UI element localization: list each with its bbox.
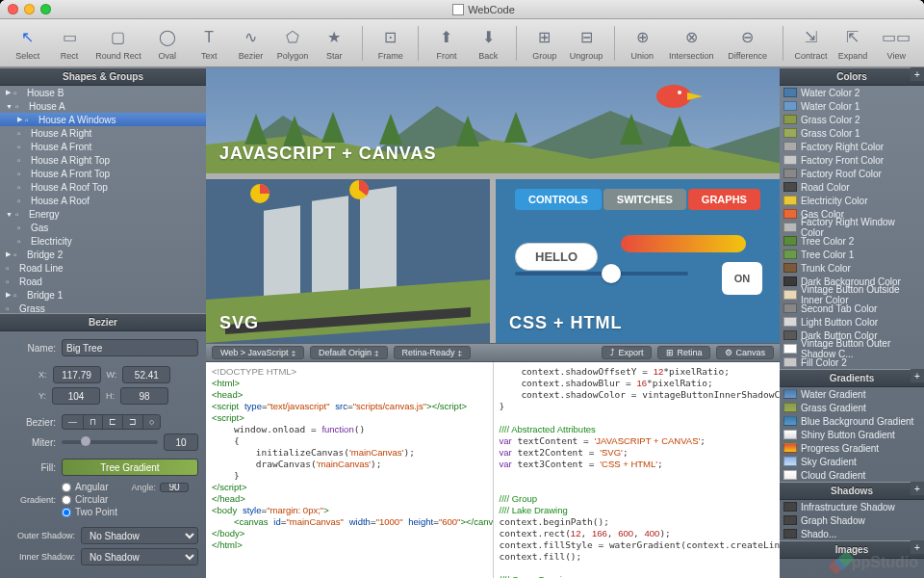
preview[interactable]: JAVASCRIPT + CANVAS SVG	[206, 67, 780, 343]
shadow-row[interactable]: Infrastructure Shadow	[780, 500, 924, 513]
y-input[interactable]	[52, 387, 100, 405]
gradient-row[interactable]: Shiny Button Gradient	[780, 428, 924, 441]
export-button[interactable]: ⤴ Export	[602, 346, 652, 359]
color-row[interactable]: Factory Right Window Color	[780, 221, 924, 234]
color-row[interactable]: Grass Color 2	[780, 113, 924, 126]
origin-dropdown[interactable]: Default Origin	[310, 346, 387, 359]
tree-item[interactable]: ▫Energy	[0, 207, 206, 221]
tree-item[interactable]: ▫House A Windows	[0, 113, 206, 126]
gradients-list[interactable]: Water GradientGrass GradientBlue Backgro…	[780, 387, 924, 482]
name-input[interactable]	[62, 339, 198, 356]
target-dropdown[interactable]: Web > JavaScript	[212, 346, 304, 359]
tree-item[interactable]: ▫Road Line	[0, 261, 206, 275]
retina-button[interactable]: ⊞ Retina	[657, 346, 710, 359]
h-input[interactable]	[120, 387, 168, 405]
rect-tool[interactable]: ▭Rect	[49, 26, 89, 61]
oval-tool[interactable]: ◯Oval	[147, 26, 187, 61]
star-tool[interactable]: ★Star	[315, 26, 354, 61]
tree-item[interactable]: ▫House A	[0, 99, 206, 113]
tree-item[interactable]: ▫Bridge 2	[0, 248, 206, 261]
color-row[interactable]: Vintage Button Outer Shadow C...	[780, 342, 924, 355]
back-tool[interactable]: ⬇Back	[469, 26, 508, 61]
outer-shadow-select[interactable]: No Shadow	[81, 527, 198, 544]
tree-item[interactable]: ▫House A Front Top	[0, 167, 206, 180]
code-left[interactable]: <!DOCTYPE HTML> <html> <head> <script ty…	[206, 362, 493, 578]
canvas-button[interactable]: ⚙ Canvas	[716, 346, 774, 359]
shadow-row[interactable]: Graph Shadow	[780, 513, 924, 527]
add-image-button[interactable]: +	[911, 540, 924, 554]
inner-shadow-select[interactable]: No Shadow	[81, 548, 198, 565]
tree-item[interactable]: ▫House A Roof Top	[0, 180, 206, 194]
tree-item[interactable]: ▫House A Roof	[0, 194, 206, 207]
color-row[interactable]: Light Button Color	[780, 315, 924, 328]
tab-graphs[interactable]: GRAPHS	[688, 189, 760, 210]
retina-dropdown[interactable]: Retina-Ready	[394, 346, 471, 359]
colors-list[interactable]: Water Color 2Water Color 1Grass Color 2G…	[780, 86, 924, 369]
bezier-segments[interactable]: —⊓⊏⊐○	[62, 414, 161, 430]
intersection-tool[interactable]: ⊗Intersection	[664, 26, 718, 61]
tree-item[interactable]: ▫Grass	[0, 302, 206, 313]
tree-item[interactable]: ▫House B	[0, 86, 206, 99]
color-row[interactable]: Water Color 1	[780, 99, 924, 113]
tab-switches[interactable]: SWITCHES	[603, 189, 686, 210]
grad-twopoint[interactable]	[62, 508, 71, 517]
color-row[interactable]: Factory Roof Color	[780, 167, 924, 180]
view-tool[interactable]: ▭▭View	[877, 26, 916, 61]
grad-angular[interactable]	[62, 483, 71, 492]
color-row[interactable]: Factory Front Color	[780, 153, 924, 167]
gradient-row[interactable]: Blue Background Gradient	[780, 414, 924, 428]
tree-item[interactable]: ▫Gas	[0, 221, 206, 234]
bezier-tool[interactable]: ∿Bezier	[231, 26, 270, 61]
close-button[interactable]	[8, 4, 18, 14]
code-right[interactable]: context.shadowOffsetY = 12*pixelRatio; c…	[493, 362, 781, 578]
gradient-row[interactable]: Water Gradient	[780, 387, 924, 401]
gradient-row[interactable]: Progress Gradient	[780, 441, 924, 455]
tree-item[interactable]: ▫House A Right	[0, 126, 206, 140]
expand-tool[interactable]: ⇱Expand	[833, 26, 872, 61]
tree-item[interactable]: ▫House A Right Top	[0, 153, 206, 167]
color-row[interactable]: Water Color 2	[780, 86, 924, 99]
tree-item[interactable]: ▫Electricity	[0, 234, 206, 248]
shadow-row[interactable]: Shado...	[780, 527, 924, 540]
minimize-button[interactable]	[24, 4, 35, 14]
progress-bar[interactable]	[621, 235, 746, 252]
color-row[interactable]: Road Color	[780, 180, 924, 194]
tree-item[interactable]: ▫Road	[0, 275, 206, 288]
gradient-row[interactable]: Grass Gradient	[780, 401, 924, 414]
color-row[interactable]: Trunk Color	[780, 261, 924, 275]
ungroup-tool[interactable]: ⊟Ungroup	[566, 26, 605, 61]
miter-slider[interactable]	[62, 440, 158, 444]
add-shadow-button[interactable]: +	[911, 482, 924, 495]
frame-tool[interactable]: ⊡Frame	[371, 26, 410, 61]
add-gradient-button[interactable]: +	[911, 369, 924, 382]
select-tool[interactable]: ↖Select	[8, 26, 47, 61]
hello-button[interactable]: HELLO	[515, 243, 598, 271]
shapes-tree[interactable]: ▫House B▫House A▫House A Windows▫House A…	[0, 86, 206, 313]
tree-item[interactable]: ▫House A Front	[0, 140, 206, 153]
gradient-row[interactable]: Cloud Gradient	[780, 468, 924, 482]
fill-picker[interactable]: Tree Gradient	[62, 459, 198, 476]
difference-tool[interactable]: ⊖Difference	[720, 26, 774, 61]
group-tool[interactable]: ⊞Group	[525, 26, 564, 61]
roundrect-tool[interactable]: ▢Round Rect	[91, 26, 145, 61]
contract-tool[interactable]: ⇲Contract	[791, 26, 831, 61]
tree-item[interactable]: ▫Bridge 1	[0, 288, 206, 302]
front-tool[interactable]: ⬆Front	[426, 26, 466, 61]
shadows-list[interactable]: Infrastructure ShadowGraph ShadowShado..…	[780, 500, 924, 540]
w-input[interactable]	[122, 366, 170, 383]
text-tool[interactable]: TText	[190, 26, 229, 61]
color-row[interactable]: Vintage Button Outside Inner Color	[780, 288, 924, 302]
color-row[interactable]: Tree Color 1	[780, 248, 924, 261]
on-switch[interactable]: ON	[722, 262, 762, 295]
color-row[interactable]: Factory Right Color	[780, 140, 924, 153]
union-tool[interactable]: ⊕Union	[623, 26, 662, 61]
slider-thumb[interactable]	[602, 264, 621, 283]
x-input[interactable]	[53, 366, 101, 383]
angle-input[interactable]	[160, 483, 189, 492]
miter-input[interactable]	[164, 434, 198, 451]
grad-circular[interactable]	[62, 495, 71, 505]
polygon-tool[interactable]: ⬠Polygon	[272, 26, 312, 61]
gradient-row[interactable]: Sky Gradient	[780, 455, 924, 468]
tab-controls[interactable]: CONTROLS	[515, 189, 602, 210]
zoom-button[interactable]	[40, 4, 51, 14]
